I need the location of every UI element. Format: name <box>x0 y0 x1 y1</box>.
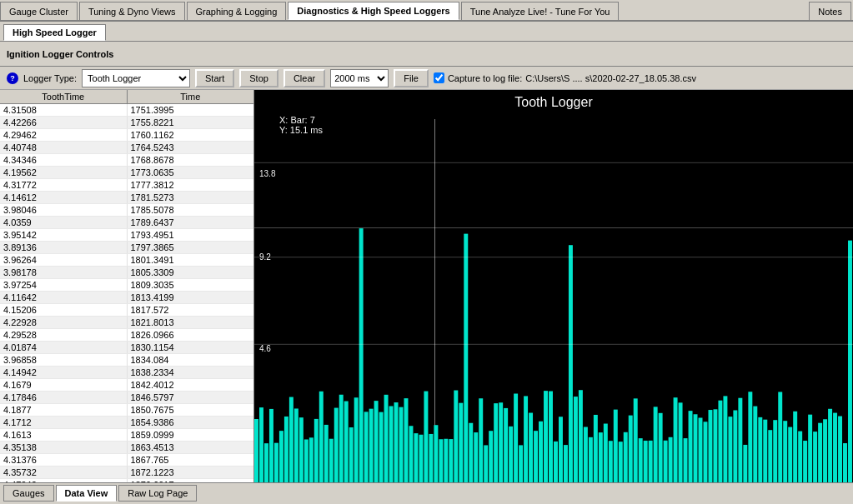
svg-rect-117 <box>838 417 842 482</box>
table-cell: 4.1712 <box>0 417 128 428</box>
svg-rect-45 <box>479 398 483 482</box>
table-body[interactable]: 4.315081751.39954.422661755.82214.294621… <box>0 104 253 482</box>
svg-rect-11 <box>309 437 314 482</box>
help-icon[interactable]: ? <box>7 72 18 84</box>
svg-rect-90 <box>704 422 708 482</box>
svg-rect-46 <box>484 445 488 482</box>
table-cell: 4.01874 <box>0 342 128 353</box>
tab-notes[interactable]: Notes <box>809 2 851 20</box>
table-cell: 4.1877 <box>0 404 128 416</box>
svg-rect-98 <box>743 445 747 482</box>
table-cell: 1797.3865 <box>128 242 254 253</box>
clear-button[interactable]: Clear <box>283 69 325 87</box>
svg-rect-43 <box>469 423 473 482</box>
table-row: 3.980461785.5078 <box>0 204 253 217</box>
table-row: 4.16131859.0999 <box>0 429 253 442</box>
table-cell: 1842.4012 <box>128 379 254 391</box>
svg-rect-86 <box>684 438 688 482</box>
tab-gauge-cluster[interactable]: Gauge Cluster <box>0 2 78 20</box>
secondary-navigation: High Speed Logger <box>0 22 853 42</box>
table-cell: 1872.1223 <box>128 467 254 478</box>
table-cell: 1830.1154 <box>128 342 254 353</box>
table-cell: 4.42266 <box>0 117 128 128</box>
table-cell: 1846.5797 <box>128 392 254 403</box>
svg-rect-21 <box>359 228 364 482</box>
table-row: 4.422661755.8221 <box>0 117 253 129</box>
table-cell: 1809.3035 <box>128 279 254 291</box>
svg-rect-76 <box>634 398 638 482</box>
svg-rect-12 <box>314 419 319 482</box>
table-row: 4.407481764.5243 <box>0 142 253 154</box>
capture-group: Capture to log file: C:\Users\S .... s\2… <box>434 72 696 83</box>
table-cell: 1789.6437 <box>128 217 254 228</box>
svg-rect-61 <box>559 417 563 482</box>
svg-rect-92 <box>713 409 717 482</box>
table-row: 4.16791842.4012 <box>0 379 253 392</box>
table-row: 4.195621773.0635 <box>0 167 253 179</box>
logger-type-select[interactable]: Tooth Logger Composite Logger <box>82 69 190 87</box>
tab-tuning-dyno[interactable]: Tuning & Dyno Views <box>79 2 185 20</box>
svg-rect-64 <box>574 397 578 482</box>
svg-rect-22 <box>364 412 369 482</box>
table-row: 3.891361797.3865 <box>0 242 253 254</box>
svg-rect-56 <box>534 431 538 482</box>
logger-controls: ? Logger Type: Tooth Logger Composite Lo… <box>0 67 853 90</box>
svg-rect-19 <box>349 427 354 482</box>
svg-rect-70 <box>604 424 608 482</box>
table-cell: 1859.0999 <box>128 429 254 441</box>
tab-graphing-logging[interactable]: Graphing & Logging <box>187 2 287 20</box>
svg-rect-113 <box>818 423 822 482</box>
svg-rect-62 <box>564 445 568 482</box>
table-row: 4.18771850.7675 <box>0 404 253 417</box>
svg-rect-60 <box>554 442 558 482</box>
table-cell: 1854.9386 <box>128 417 254 428</box>
svg-rect-55 <box>529 413 533 482</box>
tab-gauges[interactable]: Gauges <box>3 485 54 502</box>
table-cell: 1777.3812 <box>128 179 254 191</box>
table-cell: 4.19562 <box>0 167 128 178</box>
stop-button[interactable]: Stop <box>239 69 278 87</box>
svg-rect-59 <box>549 392 553 482</box>
table-cell: 1751.3995 <box>128 104 254 116</box>
file-button[interactable]: File <box>394 69 429 87</box>
logger-type-label: Logger Type: <box>23 73 77 83</box>
svg-rect-68 <box>594 415 598 482</box>
tab-raw-log[interactable]: Raw Log Page <box>118 485 197 502</box>
table-cell: 1755.8221 <box>128 117 254 128</box>
svg-rect-14 <box>324 425 329 482</box>
svg-rect-40 <box>454 391 458 482</box>
table-cell: 3.98046 <box>0 204 128 216</box>
tab-tune-analyze[interactable]: Tune Analyze Live! - Tune For You <box>461 2 620 20</box>
svg-rect-78 <box>644 441 648 482</box>
svg-rect-26 <box>384 395 389 482</box>
table-cell: 1834.084 <box>128 354 254 366</box>
tab-high-speed-logger[interactable]: High Speed Logger <box>3 24 106 41</box>
svg-rect-87 <box>689 411 693 482</box>
svg-rect-79 <box>649 441 653 482</box>
tab-diagnostics[interactable]: Diagnostics & High Speed Loggers <box>288 2 459 20</box>
svg-rect-49 <box>499 402 503 482</box>
start-button[interactable]: Start <box>195 69 234 87</box>
svg-rect-42 <box>464 234 468 482</box>
svg-rect-94 <box>723 396 727 482</box>
table-cell: 4.29528 <box>0 329 128 341</box>
table-cell: 4.14612 <box>0 192 128 203</box>
table-cell: 1805.3309 <box>128 267 254 278</box>
table-cell: 4.35732 <box>0 467 128 478</box>
table-row: 4.146121781.5273 <box>0 192 253 204</box>
svg-rect-9 <box>299 417 304 482</box>
svg-rect-35 <box>429 434 433 482</box>
table-row: 4.479421876.6017 <box>0 479 253 482</box>
interval-select[interactable]: 500 ms 1000 ms 2000 ms 5000 ms <box>330 69 389 87</box>
svg-rect-32 <box>414 433 418 482</box>
tab-data-view[interactable]: Data View <box>56 485 118 502</box>
svg-rect-84 <box>674 397 678 482</box>
table-cell: 4.15206 <box>0 304 128 316</box>
svg-rect-69 <box>599 432 603 482</box>
table-row: 4.343461768.8678 <box>0 154 253 167</box>
svg-rect-51 <box>509 427 513 482</box>
svg-rect-37 <box>439 439 443 482</box>
capture-checkbox[interactable] <box>434 72 444 83</box>
table-cell: 3.96264 <box>0 254 128 266</box>
table-cell: 1813.4199 <box>128 292 254 303</box>
